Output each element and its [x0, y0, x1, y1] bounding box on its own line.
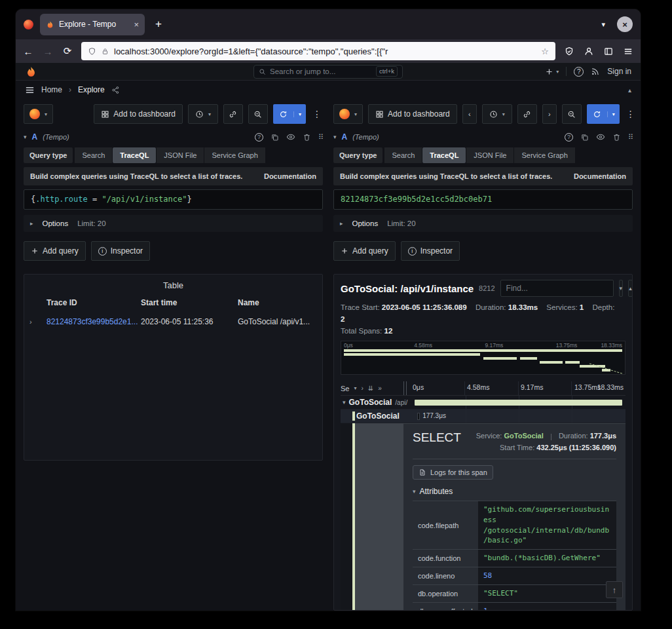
col-name[interactable]: Name [238, 298, 317, 307]
time-picker-button[interactable]: ▾ [482, 104, 512, 124]
add-to-dashboard-button[interactable]: Add to dashboard [94, 104, 183, 124]
find-input[interactable] [500, 280, 614, 297]
scroll-to-top-button[interactable]: ↑ [606, 581, 623, 598]
column-resize-handle[interactable] [403, 381, 407, 395]
duplicate-query-icon[interactable] [580, 133, 589, 142]
kebab-menu-icon[interactable]: ⋮ [311, 109, 323, 119]
permissions-shield-icon[interactable] [563, 47, 575, 56]
hide-query-eye-icon[interactable] [286, 132, 295, 142]
share-icon[interactable] [111, 86, 120, 94]
datasource-picker[interactable]: ▾ [333, 104, 363, 124]
add-menu-button[interactable]: ▾ [545, 67, 559, 76]
options-label[interactable]: Options [352, 219, 379, 227]
chevron-down-icon[interactable]: ▾ [354, 385, 356, 391]
delete-query-trash-icon[interactable] [303, 133, 311, 142]
traceql-code-editor[interactable]: {.http.route = "/api/v1/instance"} [24, 189, 323, 210]
tab-search[interactable]: Search [384, 147, 422, 163]
hide-query-eye-icon[interactable] [596, 132, 605, 142]
col-start-time[interactable]: Start time [141, 298, 238, 307]
inspector-button[interactable]: i Inspector [401, 241, 460, 261]
run-interval-chevron-icon[interactable]: ▾ [293, 111, 306, 117]
find-next-chevron-icon[interactable]: ▴ [628, 280, 633, 297]
tab-traceql[interactable]: TraceQL [422, 147, 466, 163]
row-expander-icon[interactable]: › [29, 318, 47, 326]
tab-search[interactable]: Search [75, 147, 112, 163]
tab-json-file[interactable]: JSON File [157, 147, 204, 163]
share-shortlink-button[interactable] [517, 104, 537, 124]
panel-title[interactable]: Table [24, 275, 322, 298]
table-row[interactable]: › 82124873cf3e99b5d2e1... 2023-06-05 11:… [24, 314, 322, 330]
forward-button[interactable]: → [42, 46, 54, 57]
shield-icon[interactable] [88, 47, 96, 56]
inspector-button[interactable]: i Inspector [91, 241, 150, 261]
url-bar[interactable]: localhost:3000/explore?orgId=1&left={"da… [81, 42, 555, 60]
help-button[interactable]: ? [574, 67, 584, 77]
span-row-selected[interactable]: GoToSocial 177.3μs [341, 410, 625, 423]
time-shift-forward-button[interactable]: › [542, 104, 557, 124]
new-tab-button[interactable]: + [151, 18, 166, 31]
run-query-button[interactable]: ▾ [273, 104, 306, 124]
mega-menu-icon[interactable] [25, 85, 35, 95]
span-bar[interactable] [415, 400, 622, 406]
service-column-header[interactable]: Se [341, 385, 349, 392]
sidebar-icon[interactable] [603, 47, 614, 56]
tab-service-graph[interactable]: Service Graph [514, 147, 574, 163]
browser-tab[interactable]: Explore - Tempo × [40, 14, 145, 35]
collapse-all-icon[interactable]: ⇊ [368, 385, 373, 392]
tab-close-icon[interactable]: × [134, 20, 139, 29]
chevron-right-icon[interactable]: › [361, 385, 363, 392]
options-chevron-icon[interactable]: ▸ [340, 220, 343, 227]
span-collapse-chevron-icon[interactable]: ▾ [343, 399, 346, 406]
datasource-picker[interactable]: ▾ [24, 104, 53, 124]
menu-icon[interactable] [622, 47, 634, 56]
reload-button[interactable]: ⟳ [62, 45, 73, 57]
tab-service-graph[interactable]: Service Graph [204, 147, 265, 163]
account-icon[interactable] [583, 47, 595, 56]
sign-in-link[interactable]: Sign in [607, 67, 631, 76]
search-input[interactable]: Search or jump to... ctrl+k [253, 65, 403, 79]
time-shift-back-button[interactable]: ‹ [462, 104, 477, 124]
logs-for-span-button[interactable]: Logs for this span [413, 465, 493, 480]
zoom-out-button[interactable] [248, 104, 268, 124]
add-query-button[interactable]: Add query [333, 241, 396, 261]
query-collapse-chevron-icon[interactable]: ▾ [24, 134, 27, 140]
options-chevron-icon[interactable]: ▸ [30, 220, 33, 227]
traceql-code-editor[interactable]: 82124873cf3e99b5d2e1cc5d2bc0eb71 [333, 189, 633, 210]
duplicate-query-icon[interactable] [271, 133, 279, 142]
query-help-icon[interactable]: ? [565, 133, 573, 142]
zoom-out-button[interactable] [562, 104, 582, 124]
add-to-dashboard-button[interactable]: Add to dashboard [368, 104, 457, 124]
drag-handle-icon[interactable]: ⠿ [318, 133, 323, 142]
window-close-button[interactable]: × [617, 16, 633, 32]
breadcrumb-current[interactable]: Explore [78, 85, 105, 94]
tab-json-file[interactable]: JSON File [466, 147, 513, 163]
find-prev-chevron-icon[interactable]: ▾ [619, 280, 624, 297]
tab-traceql[interactable]: TraceQL [113, 147, 156, 163]
query-collapse-chevron-icon[interactable]: ▾ [333, 134, 337, 140]
time-picker-button[interactable]: ▾ [188, 104, 218, 124]
span-row-root[interactable]: ▾ GoToSocial /api/ [341, 396, 625, 410]
delete-query-trash-icon[interactable] [612, 133, 621, 142]
breadcrumb-home[interactable]: Home [41, 85, 62, 94]
share-shortlink-button[interactable] [223, 104, 243, 124]
run-query-button[interactable]: ▾ [587, 104, 620, 124]
list-tabs-chevron-icon[interactable]: ▾ [596, 20, 610, 29]
col-trace-id[interactable]: Trace ID [47, 298, 141, 307]
back-button[interactable]: ← [22, 46, 34, 57]
news-rss-icon[interactable] [591, 67, 600, 76]
expand-all-icon[interactable]: » [378, 385, 382, 392]
query-help-icon[interactable]: ? [255, 133, 263, 142]
kebab-menu-icon[interactable]: ⋮ [625, 109, 637, 119]
documentation-link[interactable]: Documentation [574, 172, 626, 180]
attributes-toggle[interactable]: ▾ Attributes [413, 487, 616, 496]
run-interval-chevron-icon[interactable]: ▾ [607, 111, 620, 117]
trace-id-link[interactable]: 82124873cf3e99b5d2e1... [47, 317, 141, 326]
documentation-link[interactable]: Documentation [264, 172, 316, 180]
drag-handle-icon[interactable]: ⠿ [628, 133, 633, 142]
span-bar[interactable] [417, 413, 420, 420]
trace-minimap[interactable]: 0μs 4.58ms 9.17ms 13.75ms 18.33ms [341, 341, 625, 375]
add-query-button[interactable]: Add query [24, 241, 86, 261]
options-label[interactable]: Options [43, 219, 69, 227]
collapse-chevron-icon[interactable]: ▴ [628, 86, 631, 94]
bookmark-star-icon[interactable]: ☆ [541, 47, 549, 56]
